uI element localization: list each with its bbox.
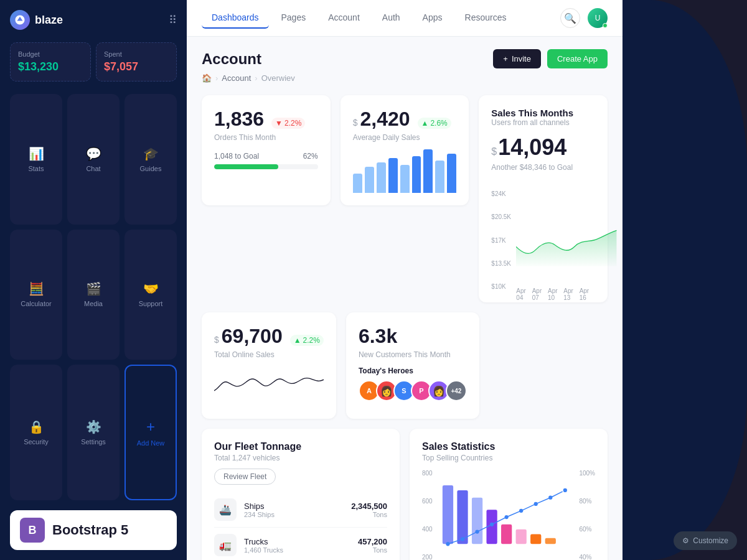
orders-card: 1,836 ▼ 2.2% Orders This Month 1,048 to … — [202, 95, 331, 205]
new-customers-number: 6.3k — [359, 325, 397, 347]
security-icon: 🔒 — [29, 419, 44, 434]
breadcrumb-home[interactable]: 🏠 — [202, 73, 212, 83]
chat-icon: 💬 — [86, 146, 101, 161]
top-nav: Dashboards Pages Account Auth Apps Resou… — [187, 0, 622, 37]
nav-grid: 📊 Stats 💬 Chat 🎓 Guides 🧮 Calculator 🎬 M… — [10, 94, 177, 500]
svg-point-14 — [533, 502, 537, 506]
sales-month-title: Sales This Months — [491, 108, 595, 118]
svg-point-13 — [519, 509, 523, 513]
progress-bar — [214, 164, 318, 169]
ships-value: 2,345,500 — [351, 502, 387, 511]
daily-sales-badge: ▲ 2.6% — [418, 118, 451, 129]
add-new-label: Add New — [137, 439, 165, 447]
stats-label: Stats — [28, 165, 44, 172]
sales-stats-chart: 800 600 400 200 — [422, 470, 595, 560]
daily-sales-chart — [353, 149, 457, 193]
nav-apps[interactable]: Apps — [413, 7, 453, 29]
chart-bar — [365, 167, 374, 193]
guides-label: Guides — [140, 165, 162, 172]
media-icon: 🎬 — [86, 281, 101, 296]
budget-row: Budget $13,230 Spent $7,057 — [10, 42, 177, 82]
logo-icon — [10, 10, 30, 30]
nav-resources[interactable]: Resources — [455, 7, 517, 29]
plus-icon: + — [503, 54, 508, 63]
hero-avatar-extra: +42 — [446, 380, 467, 401]
sales-line-chart: $24K $20.5K $17K $13.5K $10K — [491, 178, 595, 290]
search-button[interactable]: 🔍 — [560, 8, 580, 28]
chart-bar — [400, 165, 410, 194]
sales-stats-card: Sales Statistics Top Selling Countries 8… — [410, 429, 608, 560]
sales-stats-title: Sales Statistics — [422, 441, 595, 452]
svg-rect-1 — [457, 490, 467, 544]
create-app-button[interactable]: Create App — [547, 49, 608, 68]
nav-pages[interactable]: Pages — [271, 7, 316, 29]
sidebar-item-chat[interactable]: 💬 Chat — [67, 94, 120, 225]
invite-button[interactable]: + Invite — [493, 49, 541, 68]
sales-month-number: 14,094 — [498, 134, 566, 161]
chart-bar — [377, 162, 386, 193]
svg-point-8 — [446, 542, 449, 546]
chart-bar — [388, 158, 398, 193]
online-sales-number: 69,700 — [222, 325, 283, 348]
sales-goal-text: Another $48,346 to Goal — [491, 163, 595, 172]
calculator-label: Calculator — [21, 300, 52, 307]
nav-account[interactable]: Account — [318, 7, 370, 29]
sidebar-item-support[interactable]: 🤝 Support — [125, 230, 177, 360]
ships-icon: 🚢 — [214, 498, 237, 521]
heroes-title: Today's Heroes — [359, 366, 467, 375]
dark-curve — [622, 0, 747, 560]
nav-dashboards[interactable]: Dashboards — [202, 7, 269, 29]
new-customers-label: New Customers This Month — [359, 350, 467, 359]
calculator-icon: 🧮 — [29, 281, 44, 296]
svg-point-16 — [563, 488, 568, 493]
svg-point-15 — [548, 496, 552, 500]
sidebar-item-stats[interactable]: 📊 Stats — [10, 94, 62, 225]
sales-month-card: Sales This Months Users from all channel… — [479, 95, 608, 302]
svg-rect-7 — [545, 538, 555, 544]
trucks-value: 457,200 — [358, 537, 387, 546]
breadcrumb: 🏠 › Account › Overwiev — [202, 73, 608, 83]
sidebar-item-add-new[interactable]: + Add New — [125, 365, 177, 500]
progress-pct: 62% — [303, 152, 318, 161]
menu-icon[interactable]: ⠿ — [169, 13, 177, 27]
daily-sales-number: 2,420 — [360, 108, 410, 131]
budget-value: $13,230 — [18, 60, 83, 73]
spent-label: Spent — [104, 50, 169, 58]
svg-rect-4 — [501, 525, 512, 544]
orders-badge: ▼ 2.2% — [271, 118, 305, 129]
fleet-card: Our Fleet Tonnage Total 1,247 vehicles R… — [202, 429, 400, 560]
sidebar-item-settings[interactable]: ⚙️ Settings — [67, 365, 120, 500]
sidebar-item-guides[interactable]: 🎓 Guides — [125, 94, 177, 225]
chat-label: Chat — [86, 165, 100, 172]
svg-point-12 — [504, 515, 508, 519]
sidebar-item-calculator[interactable]: 🧮 Calculator — [10, 230, 62, 360]
chart-bar — [447, 154, 456, 193]
bootstrap-icon: B — [20, 518, 45, 543]
orders-number: 1,836 — [214, 108, 264, 131]
customize-button[interactable]: ⚙ Customize — [674, 531, 737, 550]
sidebar-item-media[interactable]: 🎬 Media — [67, 230, 120, 360]
spent-value: $7,057 — [104, 60, 169, 73]
breadcrumb-account[interactable]: Account — [222, 73, 251, 83]
sales-chart-svg — [516, 190, 620, 290]
sidebar-header: blaze ⠿ — [10, 10, 177, 30]
chart-bar — [412, 156, 421, 194]
guides-icon: 🎓 — [143, 146, 159, 161]
online-sales-label: Total Online Sales — [214, 350, 324, 359]
sidebar-item-security[interactable]: 🔒 Security — [10, 365, 62, 500]
ships-count: 234 Ships — [244, 511, 275, 518]
progress-fill — [214, 164, 278, 169]
fleet-item-ships: 🚢 Ships 234 Ships 2,345,500 Tons — [214, 492, 387, 528]
svg-point-9 — [461, 537, 464, 541]
stats-row-1: 1,836 ▼ 2.2% Orders This Month 1,048 to … — [202, 95, 608, 302]
nav-auth[interactable]: Auth — [372, 7, 410, 29]
online-sales-badge: ▲ 2.2% — [290, 335, 324, 346]
app-name: blaze — [35, 14, 63, 27]
user-avatar[interactable]: U — [588, 8, 608, 28]
review-fleet-button[interactable]: Review Fleet — [214, 469, 276, 485]
trucks-icon: 🚛 — [214, 534, 237, 556]
logo: blaze — [10, 10, 63, 30]
sidebar: blaze ⠿ Budget $13,230 Spent $7,057 📊 St… — [0, 0, 187, 560]
svg-point-10 — [475, 530, 479, 533]
new-customers-card: 6.3k New Customers This Month Today's He… — [346, 312, 479, 419]
